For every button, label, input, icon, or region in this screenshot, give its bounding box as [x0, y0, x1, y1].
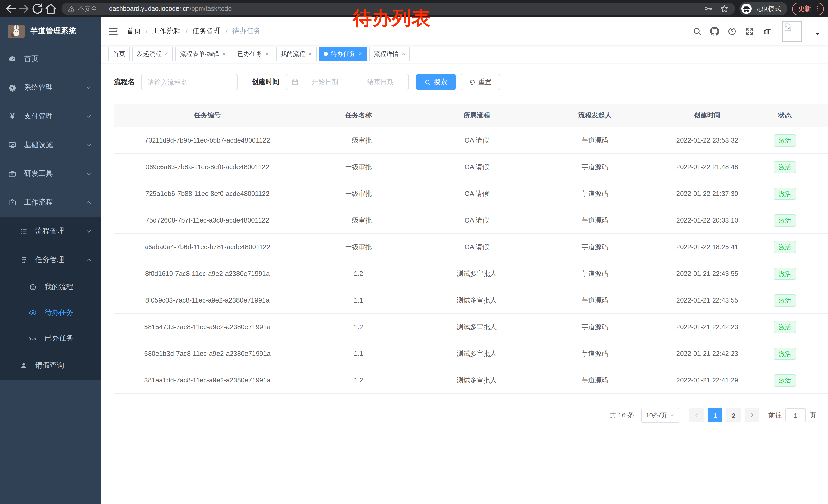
chevron-up-icon [86, 199, 92, 205]
status-cell: 激活 [762, 340, 808, 367]
incognito-label: 无痕模式 [755, 4, 781, 13]
task-name-cell: 1.2 [301, 367, 416, 394]
tab-process-detail[interactable]: 流程详情× [369, 47, 410, 61]
toolbox-icon [8, 170, 16, 178]
sidebar-item-todo-task[interactable]: 待办任务 [0, 300, 100, 326]
avatar-caret-down-icon[interactable] [815, 31, 821, 37]
action-cell: 审批 [808, 207, 828, 234]
reset-button[interactable]: 重置 [460, 74, 500, 90]
tab-done-task[interactable]: 已办任务× [233, 47, 274, 61]
tab-home[interactable]: 首页 [108, 47, 130, 61]
back-icon[interactable] [4, 2, 17, 15]
search-icon[interactable] [693, 27, 702, 36]
sidebar-item-label: 基础设施 [24, 140, 53, 150]
tab-my-process[interactable]: 我的流程× [276, 47, 317, 61]
sidebar-item-done-task[interactable]: 已办任务 [0, 326, 100, 351]
sidebar-item-infrastructure[interactable]: 基础设施 [0, 131, 100, 159]
task-name-cell: 一级审批 [301, 207, 416, 234]
breadcrumb-separator: / [226, 27, 228, 35]
app-title: 芋道管理系统 [30, 26, 76, 36]
refresh-icon [469, 79, 475, 85]
status-badge: 激活 [774, 348, 796, 360]
reload-icon[interactable] [31, 2, 44, 15]
status-badge: 激活 [774, 241, 796, 253]
goto-page-input[interactable] [785, 408, 806, 422]
home-icon[interactable] [44, 2, 57, 15]
avatar[interactable] [782, 21, 802, 42]
page-size-select[interactable]: 10条/页 [641, 408, 679, 423]
breadcrumb-item[interactable]: 任务管理 [192, 27, 221, 36]
date-range-picker[interactable]: 开始日期 - 结束日期 [286, 74, 409, 90]
hamburger-icon[interactable] [108, 26, 119, 36]
sidebar-item-process-mgmt[interactable]: 流程管理 [0, 217, 100, 245]
face-icon [29, 283, 37, 291]
sidebar-item-dev-tools[interactable]: 研发工具 [0, 159, 100, 188]
next-page-button[interactable] [745, 408, 759, 422]
close-icon[interactable]: × [402, 51, 405, 57]
password-key-icon[interactable] [703, 4, 713, 13]
starter-cell: 芋道源码 [537, 153, 653, 180]
task-id-cell: 580e1b3d-7ac8-11ec-a9e2-a2380e71991a [114, 340, 301, 367]
status-cell: 激活 [762, 234, 808, 260]
goto-label: 前往 [769, 411, 782, 420]
process-cell: OA 请假 [416, 127, 537, 153]
sidebar-item-label: 待办任务 [45, 308, 73, 317]
fullscreen-icon[interactable] [745, 27, 754, 36]
sidebar-item-payment-mgmt[interactable]: ¥支付管理 [0, 102, 100, 131]
yen-icon: ¥ [8, 112, 16, 121]
sidebar-item-leave-query[interactable]: 请假查询 [0, 351, 100, 380]
search-button[interactable]: 搜索 [416, 74, 455, 90]
process-name-input[interactable] [141, 74, 237, 90]
sidebar-item-my-process[interactable]: 我的流程 [0, 274, 100, 300]
starter-cell: 芋道源码 [537, 207, 653, 234]
task-id-cell: 8f0d1619-7ac8-11ec-a9e2-a2380e71991a [114, 260, 301, 287]
more-vert-icon[interactable] [814, 5, 821, 12]
process-cell: 测试多审批人 [416, 367, 537, 394]
page-button-1[interactable]: 1 [708, 408, 722, 422]
font-size-icon[interactable]: tT [762, 27, 772, 36]
task-name-cell: 一级审批 [301, 153, 416, 180]
page-button-2[interactable]: 2 [727, 408, 741, 422]
forward-icon[interactable] [17, 2, 31, 15]
github-icon[interactable] [710, 27, 719, 36]
table-row: 75d72608-7b7f-11ec-a3c8-acde48001122一级审批… [114, 207, 828, 234]
bookmark-star-icon[interactable] [720, 4, 729, 13]
chevron-right-icon [749, 412, 755, 418]
close-icon[interactable]: × [308, 51, 312, 57]
tab-form-edit[interactable]: 流程表单-编辑× [175, 47, 230, 61]
breadcrumb-item[interactable]: 工作流程 [152, 27, 181, 36]
column-header: 状态 [762, 104, 808, 127]
created-time-cell: 2022-01-21 22:42:23 [653, 314, 762, 340]
table-header-row: 任务编号任务名称所属流程流程发起人创建时间状态操作 [114, 104, 828, 127]
url-divider [105, 5, 105, 12]
incognito-icon [741, 4, 752, 14]
prev-page-button[interactable] [690, 408, 704, 422]
search-button-label: 搜索 [434, 78, 447, 87]
help-icon[interactable] [728, 27, 737, 36]
breadcrumb-item[interactable]: 首页 [127, 27, 141, 36]
task-id-cell: a6aba0a4-7b6d-11ec-b781-acde48001122 [114, 234, 301, 260]
gear-icon [8, 84, 16, 92]
sidebar-item-system-mgmt[interactable]: 系统管理 [0, 73, 100, 102]
task-id-cell: 8f059c03-7ac8-11ec-a9e2-a2380e71991a [114, 287, 301, 314]
close-icon[interactable]: × [165, 51, 168, 57]
task-name-cell: 一级审批 [301, 234, 416, 260]
close-icon[interactable]: × [222, 51, 226, 57]
task-id-cell: 73211d9d-7b9b-11ec-b5b7-acde48001122 [114, 127, 301, 153]
tab-launch-process[interactable]: 发起流程× [132, 47, 173, 61]
sidebar-item-task-mgmt[interactable]: 任务管理 [0, 245, 100, 274]
column-header: 任务名称 [301, 104, 416, 127]
created-time-cell: 2022-01-22 20:33:10 [653, 207, 762, 234]
app-logo-row[interactable]: 芋道管理系统 [0, 17, 100, 45]
sidebar-item-workflow[interactable]: 工作流程 [0, 188, 100, 217]
close-icon[interactable]: × [265, 51, 269, 57]
tab-todo-task[interactable]: 待办任务× [319, 47, 367, 61]
close-icon[interactable]: × [359, 51, 362, 57]
breadcrumb: 首页/工作流程/任务管理/待办任务 [127, 27, 261, 36]
flow-icon [19, 256, 28, 264]
sidebar-item-home[interactable]: 首页 [0, 45, 100, 73]
monitor-icon [8, 141, 16, 149]
update-label: 更新 [798, 4, 811, 13]
chevron-down-icon [86, 171, 92, 177]
browser-update-button[interactable]: 更新 [792, 2, 824, 15]
